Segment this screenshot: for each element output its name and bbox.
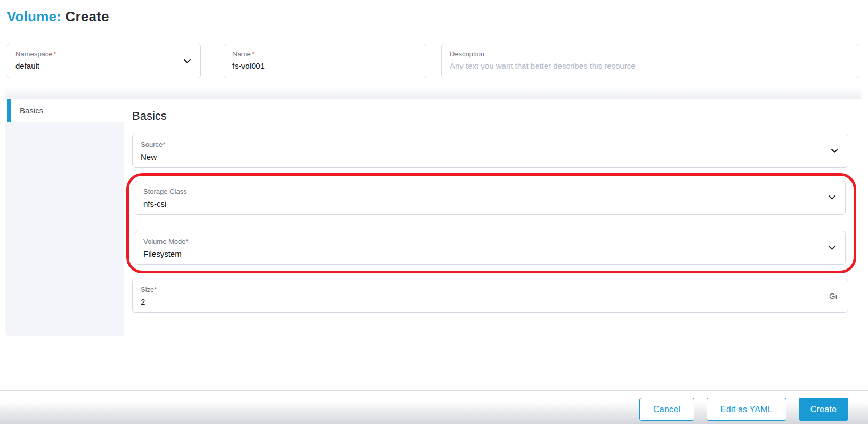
- sidebar-tab-label: Basics: [20, 106, 43, 115]
- cancel-button[interactable]: Cancel: [639, 398, 694, 421]
- chevron-down-icon: [831, 148, 839, 153]
- volume-mode-value: Filesystem: [143, 249, 837, 258]
- namespace-label: Namespace*: [15, 50, 192, 58]
- storage-class-value: nfs-csi: [143, 199, 837, 208]
- create-button[interactable]: Create: [799, 398, 848, 421]
- sidebar-background: [5, 122, 124, 336]
- annotation-highlight: Storage Class nfs-csi Volume Mode* Files…: [126, 173, 856, 273]
- description-input[interactable]: [450, 61, 851, 70]
- size-input[interactable]: [141, 297, 810, 306]
- source-value: New: [141, 152, 840, 161]
- chevron-down-icon: [828, 195, 836, 200]
- size-input-area[interactable]: Size*: [133, 279, 818, 312]
- description-label: Description: [450, 50, 851, 58]
- section-sidebar: Basics: [5, 99, 124, 336]
- name-input[interactable]: [232, 61, 418, 70]
- chevron-down-icon: [828, 245, 836, 250]
- basics-section: Basics Source* New Storage Class nfs-csi…: [124, 99, 861, 336]
- size-unit-suffix: Gi: [818, 279, 848, 312]
- sidebar-tab-basics[interactable]: Basics: [5, 99, 124, 122]
- size-label: Size*: [141, 286, 157, 293]
- volume-mode-label: Volume Mode*: [143, 238, 189, 246]
- metadata-field-row: Namespace* default Name* Description: [7, 44, 859, 78]
- footer-actions: Cancel Edit as YAML Create: [639, 398, 848, 421]
- required-asterisk: *: [163, 141, 165, 149]
- volume-mode-select[interactable]: Volume Mode* Filesystem: [135, 231, 846, 265]
- required-asterisk: *: [154, 286, 157, 293]
- section-heading: Basics: [132, 109, 848, 123]
- namespace-select[interactable]: Namespace* default: [7, 44, 201, 78]
- storage-class-select[interactable]: Storage Class nfs-csi: [135, 181, 846, 215]
- required-asterisk: *: [53, 51, 56, 58]
- storage-class-label: Storage Class: [143, 187, 187, 195]
- title-resource-type: Volume:: [7, 9, 61, 25]
- footer-divider: [0, 390, 868, 391]
- namespace-value: default: [15, 61, 192, 70]
- chevron-down-icon: [183, 59, 191, 64]
- source-select[interactable]: Source* New: [132, 134, 848, 168]
- name-field[interactable]: Name*: [224, 44, 426, 78]
- header-divider: [7, 36, 861, 36]
- page-header: Volume: Create: [7, 9, 109, 25]
- page-title: Volume: Create: [7, 9, 109, 25]
- create-form-panel: Basics Basics Source* New Storage Class …: [5, 99, 861, 336]
- name-label: Name*: [232, 50, 418, 58]
- description-field[interactable]: Description: [441, 44, 859, 78]
- source-label: Source*: [141, 141, 165, 149]
- size-field[interactable]: Size* Gi: [132, 279, 848, 313]
- required-asterisk: *: [252, 51, 255, 58]
- title-action: Create: [65, 9, 109, 25]
- edit-as-yaml-button[interactable]: Edit as YAML: [707, 398, 786, 421]
- required-asterisk: *: [186, 238, 189, 246]
- active-tab-accent-bar: [7, 99, 11, 122]
